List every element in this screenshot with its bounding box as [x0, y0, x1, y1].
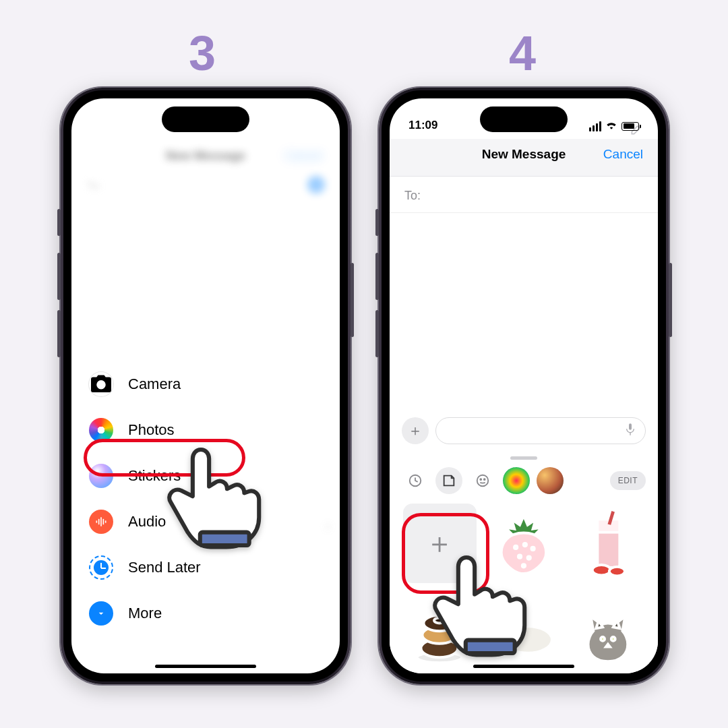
- menu-label: More: [128, 605, 162, 622]
- sticker-tab-mystickers[interactable]: [435, 467, 462, 494]
- svg-point-29: [601, 637, 605, 641]
- attachment-action-menu: Camera Photos › Stickers: [71, 361, 340, 673]
- dictation-icon[interactable]: [625, 423, 636, 439]
- sticker-tab-recent[interactable]: [402, 467, 429, 494]
- menu-item-send-later[interactable]: Send Later: [71, 545, 340, 590]
- svg-point-19: [592, 565, 610, 575]
- svg-rect-1: [98, 519, 100, 524]
- svg-point-20: [609, 567, 625, 576]
- svg-point-25: [435, 618, 446, 624]
- step-label-4: 4: [509, 26, 536, 81]
- home-indicator: [473, 665, 574, 668]
- audio-icon: [89, 510, 113, 534]
- svg-point-10: [484, 479, 485, 480]
- sticker-donuts[interactable]: [403, 594, 477, 673]
- sticker-smoothie[interactable]: [571, 504, 644, 583]
- wifi-icon: [605, 120, 617, 132]
- svg-point-14: [518, 555, 521, 557]
- menu-label: Photos: [128, 421, 175, 439]
- svg-point-28: [517, 635, 520, 638]
- sticker-tab-pack-1[interactable]: [503, 467, 530, 494]
- sticker-tab-emoji[interactable]: [469, 467, 496, 494]
- svg-point-30: [611, 637, 615, 641]
- home-indicator: [155, 665, 256, 668]
- svg-rect-4: [105, 520, 107, 522]
- svg-point-13: [532, 547, 535, 550]
- svg-point-12: [524, 543, 526, 546]
- sticker-gray-cat[interactable]: [571, 594, 644, 673]
- cancel-button-blurred: Cancel: [284, 149, 322, 163]
- phone-step-3: New Message Cancel To: Camera: [61, 88, 351, 684]
- menu-item-audio[interactable]: Audio: [71, 499, 340, 545]
- message-input[interactable]: [435, 417, 646, 444]
- svg-rect-3: [103, 519, 104, 524]
- cellular-signal-icon: [589, 121, 601, 131]
- compose-title-blurred: New Message: [166, 149, 245, 163]
- attachments-plus-button[interactable]: ＋: [402, 417, 429, 444]
- menu-label: Audio: [128, 513, 166, 530]
- sticker-edit-button[interactable]: EDIT: [610, 471, 646, 490]
- battery-icon: [621, 122, 639, 131]
- svg-point-27: [510, 636, 513, 639]
- svg-point-8: [477, 475, 489, 487]
- menu-item-camera[interactable]: Camera: [71, 361, 340, 407]
- sticker-strawberry[interactable]: [487, 504, 561, 583]
- phone-step-4: 11:09 New Message Cancel To: ＋: [379, 88, 669, 684]
- svg-rect-0: [96, 520, 98, 522]
- chevron-down-icon: [89, 601, 113, 626]
- to-label: To:: [404, 189, 421, 202]
- cancel-button[interactable]: Cancel: [603, 147, 643, 162]
- to-field[interactable]: To:: [390, 179, 658, 213]
- step-label-3: 3: [189, 26, 216, 81]
- menu-item-more[interactable]: More: [71, 590, 340, 636]
- svg-point-9: [480, 479, 481, 480]
- svg-rect-6: [629, 423, 632, 429]
- menu-label: Camera: [128, 375, 181, 393]
- drawer-grabber[interactable]: [510, 456, 537, 460]
- send-later-icon: [89, 555, 113, 580]
- sticker-white-cat[interactable]: [487, 594, 561, 673]
- camera-icon: [89, 372, 113, 396]
- dynamic-island: [162, 107, 249, 132]
- status-time: 11:09: [408, 119, 437, 132]
- svg-rect-2: [100, 517, 102, 526]
- menu-label: Send Later: [128, 559, 201, 576]
- highlight-new-sticker-button: [402, 513, 489, 594]
- to-label-blurred: To:: [86, 179, 102, 193]
- svg-point-16: [522, 564, 525, 567]
- dynamic-island: [480, 107, 568, 132]
- sticker-tab-pack-2[interactable]: [537, 467, 564, 494]
- svg-point-15: [528, 556, 530, 559]
- svg-point-11: [514, 546, 517, 549]
- add-recipient-blurred: [307, 176, 325, 193]
- highlight-stickers-option: [84, 439, 245, 477]
